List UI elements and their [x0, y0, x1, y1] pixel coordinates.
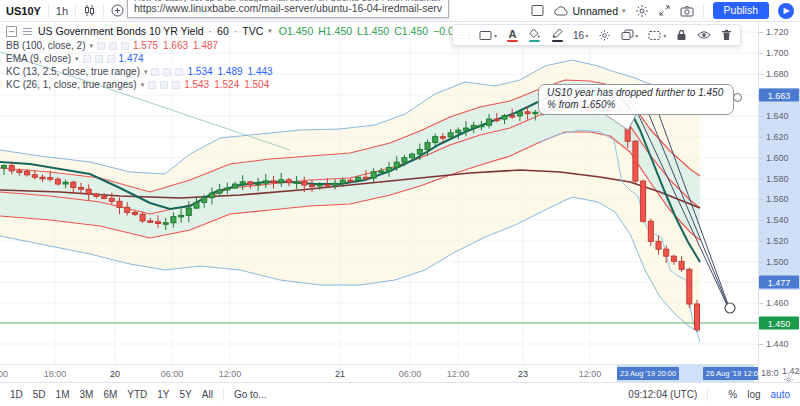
candle-body: [356, 177, 361, 180]
delete-button[interactable]: [717, 28, 736, 42]
indicator-row[interactable]: KC (13, 2.5, close, true range) ▾ 1.5341…: [6, 66, 511, 77]
symbol-title[interactable]: US Government Bonds 10 YR Yield: [38, 25, 204, 37]
candle-body: [387, 167, 392, 171]
scale-option-log[interactable]: log: [747, 389, 760, 400]
collapse-icon[interactable]: [6, 26, 17, 37]
url-tooltip: How to easily set up a full-fledged mail…: [127, 0, 449, 18]
clock-label[interactable]: 09:12:04 (UTC): [628, 389, 697, 400]
indicator-row[interactable]: KC (26, 1, close, true ranges) ▾ 1.5431.…: [6, 79, 511, 90]
fill-color-button[interactable]: [524, 27, 545, 43]
layout-icon[interactable]: [531, 4, 544, 17]
indicator-row[interactable]: EMA (9, close) ▾ 1.474: [6, 53, 511, 64]
scale-option-percent[interactable]: %: [728, 389, 737, 400]
play-icon: ▶: [783, 7, 789, 15]
range-button-ytd[interactable]: YTD: [127, 389, 147, 400]
indicator-values: 1.5341.4891.443: [187, 66, 277, 77]
indicator-hover-icon[interactable]: [160, 81, 168, 89]
plus-circle-icon: [111, 4, 124, 17]
candle-body: [125, 207, 130, 212]
cloud-save-button[interactable]: Unnamed ▾: [553, 5, 626, 17]
interval-button[interactable]: 1h: [56, 5, 68, 17]
chart-canvas[interactable]: US Government Bonds 10 YR Yield · 60 · T…: [0, 22, 758, 364]
balloon-handle[interactable]: [733, 93, 742, 102]
indicator-label: BB (100, close, 2): [6, 40, 85, 51]
ohlc-close: C1.450: [394, 25, 428, 37]
candle-body: [248, 182, 253, 184]
style-settings-button[interactable]: [594, 28, 615, 43]
settings-gear-icon[interactable]: [635, 4, 649, 18]
chevron-down-icon: ▾: [663, 32, 666, 39]
candle-body: [664, 249, 669, 256]
indicator-hover-icon[interactable]: [83, 55, 91, 63]
font-size-button[interactable]: 16 ▾: [569, 29, 592, 42]
symbol-label[interactable]: US10Y: [6, 5, 41, 17]
time-axis[interactable]: 0018:002006:0012:002106:0012:002312:00 2…: [0, 364, 758, 382]
candle-body: [348, 180, 353, 182]
fullscreen-icon[interactable]: [658, 4, 671, 17]
range-button-5d[interactable]: 5D: [33, 389, 46, 400]
lock-button[interactable]: [672, 28, 691, 42]
trash-icon: [721, 29, 732, 41]
chevron-down-icon: ▾: [144, 68, 148, 76]
range-button-all[interactable]: All: [202, 389, 213, 400]
publish-button[interactable]: Publish: [713, 2, 769, 19]
range-button-5y[interactable]: 5Y: [180, 389, 192, 400]
drag-handle[interactable]: ⋮⋮: [457, 31, 473, 40]
candle-body: [25, 171, 30, 174]
price-tick: 1.540: [759, 215, 789, 225]
indicator-hover-icon[interactable]: [95, 55, 103, 63]
indicator-hover-icon[interactable]: [172, 81, 180, 89]
candle-body: [679, 261, 684, 269]
chevron-down-icon[interactable]: ▾: [268, 27, 272, 35]
scale-option-auto[interactable]: auto: [771, 389, 790, 400]
visibility-button[interactable]: [693, 29, 715, 41]
clone-button[interactable]: ▾: [617, 28, 642, 42]
candle-body: [79, 187, 84, 189]
chevron-down-icon: ▾: [635, 32, 638, 39]
range-button-3m[interactable]: 3M: [80, 389, 94, 400]
time-tick: 21: [335, 369, 345, 379]
indicator-hover-icon[interactable]: [121, 42, 129, 50]
text-color-button[interactable]: A: [503, 28, 522, 43]
candle-body: [494, 119, 499, 121]
trendline-handle: [725, 303, 735, 313]
price-axis[interactable]: 1.7201.7001.6801.6401.6201.6001.5801.560…: [758, 22, 800, 382]
object-tree-icon[interactable]: [22, 26, 33, 37]
candle-body: [456, 130, 461, 133]
indicator-hover-icon[interactable]: [148, 81, 156, 89]
line-color-button[interactable]: [547, 27, 567, 43]
chart-type-icon[interactable]: [83, 4, 96, 17]
indicator-hover-icon[interactable]: [109, 42, 117, 50]
candle-body: [9, 166, 14, 171]
indicator-hover-icon[interactable]: [107, 55, 115, 63]
shape-tool-button[interactable]: ▾: [475, 29, 501, 42]
range-button-6m[interactable]: 6M: [103, 389, 117, 400]
indicator-row[interactable]: BB (100, close, 2) ▾ 1.5751.6631.487: [6, 40, 511, 51]
annotation-text: US10 year has dropped further to 1.450 %…: [547, 87, 723, 110]
price-tick: 1.440: [759, 339, 789, 349]
range-button-1m[interactable]: 1M: [56, 389, 70, 400]
chart-legend: US Government Bonds 10 YR Yield · 60 · T…: [6, 25, 511, 92]
axis-settings-gear-icon[interactable]: [783, 374, 794, 382]
range-button-1y[interactable]: 1Y: [157, 389, 169, 400]
candle-body: [325, 184, 330, 186]
time-tick: 00: [0, 369, 8, 379]
candle-body: [425, 143, 430, 150]
clipped-time-label: 18:0: [761, 368, 779, 378]
indicator-hover-icon[interactable]: [151, 68, 159, 76]
dashed-rect-icon: [648, 30, 662, 41]
indicator-values: 1.5751.6631.487: [133, 40, 223, 51]
price-tick: 1.460: [759, 298, 789, 308]
annotation-balloon[interactable]: US10 year has dropped further to 1.450 %…: [538, 84, 734, 115]
play-button[interactable]: ▶: [778, 3, 794, 19]
indicator-hover-icon[interactable]: [163, 68, 171, 76]
candle-body: [394, 162, 399, 167]
candle-body: [40, 177, 45, 179]
indicator-hover-icon[interactable]: [97, 42, 105, 50]
indicator-hover-icon[interactable]: [175, 68, 183, 76]
template-button[interactable]: ▾: [644, 29, 670, 42]
goto-button[interactable]: Go to...: [234, 389, 267, 400]
candle-body: [156, 222, 161, 224]
range-button-1d[interactable]: 1D: [10, 389, 23, 400]
camera-icon[interactable]: [680, 5, 694, 17]
